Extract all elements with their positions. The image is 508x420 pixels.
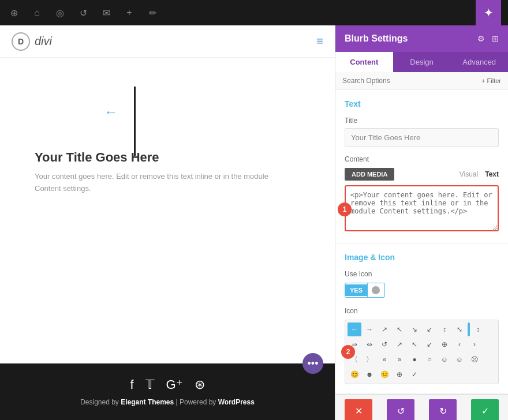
twitter-icon[interactable]: 𝕋	[145, 377, 155, 392]
title-input[interactable]	[345, 128, 499, 147]
panel-layout-icon[interactable]: ⊞	[492, 34, 499, 43]
hamburger-menu[interactable]: ≡	[316, 35, 323, 48]
image-icon-section: Image & Icon Use Icon YES Icon 2 ← → ↗ ↖…	[335, 243, 508, 394]
icon-cell-bar	[468, 322, 470, 336]
divi-logo: D divi	[12, 32, 52, 51]
add-media-button[interactable]: ADD MEDIA	[345, 168, 394, 181]
more-options-button[interactable]: •••	[302, 353, 323, 374]
icon-cell-arrow-se[interactable]: ↘	[408, 322, 421, 336]
panel-header-icons: ⚙ ⊞	[477, 34, 499, 43]
arrow-indicator: ←	[104, 104, 118, 120]
search-input[interactable]	[342, 77, 481, 85]
dashboard-icon[interactable]: ◎	[53, 6, 67, 20]
elegant-themes: Elegant Themes	[121, 398, 174, 406]
icon-cell-arrow-nw[interactable]: ↖	[393, 322, 406, 336]
icon-cell-4-7[interactable]: ⊕	[393, 367, 406, 381]
tab-advanced[interactable]: Advanced	[450, 52, 508, 72]
panel-title: Blurb Settings	[345, 33, 408, 44]
icon-grid: ← → ↗ ↖ ↘ ↙ ↕ ⤡ ↕ ⇒ ⇔ ↺ ↗ ↖ ↙ ⊕	[345, 320, 499, 384]
text-tab[interactable]: Text	[485, 170, 499, 178]
icon-cell-4-1[interactable]: ☺	[438, 352, 451, 366]
cancel-button[interactable]: ✕	[345, 399, 372, 420]
googleplus-icon[interactable]: G⁺	[166, 377, 183, 392]
content-textarea[interactable]: <p>Your content goes here. Edit or remov…	[345, 185, 499, 231]
canvas-content: ← Your Title Goes Here Your content goes…	[0, 58, 335, 420]
icon-cell-3-5[interactable]: «	[378, 352, 391, 366]
tab-content[interactable]: Content	[335, 52, 393, 72]
panel-header: Blurb Settings ⚙ ⊞	[335, 25, 508, 52]
refresh-icon[interactable]: ↺	[76, 6, 90, 20]
panel-tabs: Content Design Advanced	[335, 52, 508, 72]
image-icon-title: Image & Icon	[345, 253, 499, 262]
icon-cell-arrow-expand[interactable]: ⤡	[453, 322, 466, 336]
main-area: D divi ≡ ← Your Title Goes Here Your con…	[0, 25, 508, 420]
canvas-header: D divi ≡	[0, 25, 335, 58]
icon-cell-3-4[interactable]: 〉	[363, 352, 376, 366]
comment-icon[interactable]: ✉	[99, 6, 113, 20]
icon-cell-arrow-left[interactable]: ←	[348, 322, 361, 336]
filter-button[interactable]: + Filter	[481, 77, 501, 84]
footer-text: Designed by Elegant Themes | Powered by …	[12, 398, 323, 406]
rss-icon[interactable]: ⊛	[195, 377, 205, 392]
icon-cell-3-6[interactable]: »	[393, 352, 406, 366]
icon-cell-2-5[interactable]: ↗	[393, 337, 406, 351]
media-tabs: ADD MEDIA Visual Text	[345, 168, 499, 181]
edit-icon[interactable]: ✏	[145, 6, 159, 20]
icon-cell-2-6[interactable]: ↖	[408, 337, 421, 351]
visual-tab[interactable]: Visual	[460, 170, 478, 178]
settings-panel: Blurb Settings ⚙ ⊞ Content Design Advanc…	[335, 25, 508, 420]
icon-cell-arrow-sw[interactable]: ↙	[423, 322, 436, 336]
wordpress-icon[interactable]: ⊕	[7, 6, 21, 20]
icon-cell-2-3[interactable]: ⇔	[363, 337, 376, 351]
save-button[interactable]: ✓	[471, 399, 499, 420]
icon-label: Icon	[345, 307, 499, 315]
icon-cell-3-2[interactable]: ›	[468, 337, 481, 351]
toggle-slider	[367, 283, 383, 297]
blurb-content[interactable]: Your content goes here. Edit or remove t…	[35, 171, 277, 195]
icon-cell-arrow-ne[interactable]: ↗	[378, 322, 391, 336]
facebook-icon[interactable]: f	[130, 377, 133, 392]
footer-separator: | Powered by	[174, 398, 218, 406]
content-field-wrapper: 1 <p>Your content goes here. Edit or rem…	[345, 185, 499, 234]
icon-cell-4-6[interactable]: 😐	[378, 367, 391, 381]
text-section: Text Title Content ADD MEDIA Visual Text…	[335, 90, 508, 243]
icon-cell-2-7[interactable]: ↙	[423, 337, 436, 351]
icon-cell-2-4[interactable]: ↺	[378, 337, 391, 351]
use-icon-label: Use Icon	[345, 270, 499, 278]
toggle-yes: YES	[345, 284, 367, 296]
panel-settings-icon[interactable]: ⚙	[477, 34, 485, 43]
home-icon[interactable]: ⌂	[30, 6, 44, 20]
icon-cell-4-8[interactable]: ✓	[408, 367, 421, 381]
logo-circle: D	[12, 32, 30, 51]
blurb-title[interactable]: Your Title Goes Here	[35, 150, 300, 165]
badge-1: 1	[338, 202, 352, 216]
icon-cell-arrow-right[interactable]: →	[363, 322, 376, 336]
icon-cell-2-8[interactable]: ⊕	[438, 337, 451, 351]
redo-button[interactable]: ↻	[429, 399, 457, 420]
icon-cell-4-2[interactable]: ☺	[453, 352, 466, 366]
panel-search: + Filter	[335, 72, 508, 90]
icon-cell-arrow-updown[interactable]: ↕	[438, 322, 451, 336]
editor-tabs: Visual Text	[460, 170, 499, 178]
footer-prefix: Designed by	[80, 398, 121, 406]
toggle-knob	[372, 286, 380, 294]
icon-cell-3-7[interactable]: ●	[408, 352, 421, 366]
left-arrow-icon: ←	[104, 104, 118, 120]
icon-cell-3-8[interactable]: ○	[423, 352, 436, 366]
use-icon-toggle[interactable]: YES	[345, 283, 385, 298]
icon-cell-2-1[interactable]: ↕	[471, 322, 485, 336]
divi-star-icon[interactable]: ✦	[476, 0, 501, 25]
canvas-footer: f 𝕋 G⁺ ⊛ Designed by Elegant Themes | Po…	[0, 363, 335, 420]
add-icon[interactable]: +	[122, 6, 136, 20]
footer-icons: f 𝕋 G⁺ ⊛	[12, 377, 323, 392]
undo-button[interactable]: ↺	[387, 399, 414, 420]
icon-cell-4-5[interactable]: ☻	[363, 367, 376, 381]
icon-cell-4-3[interactable]: ☹	[468, 352, 481, 366]
tab-design[interactable]: Design	[393, 52, 451, 72]
text-section-title: Text	[345, 99, 499, 108]
top-toolbar: ⊕ ⌂ ◎ ↺ ✉ + ✏ ✦	[0, 0, 508, 25]
bottom-action-bar: ✕ ↺ ↻ ✓	[335, 394, 508, 420]
canvas-area: D divi ≡ ← Your Title Goes Here Your con…	[0, 25, 335, 420]
icon-cell-3-1[interactable]: ‹	[453, 337, 466, 351]
icon-cell-4-4[interactable]: 😊	[348, 367, 361, 381]
